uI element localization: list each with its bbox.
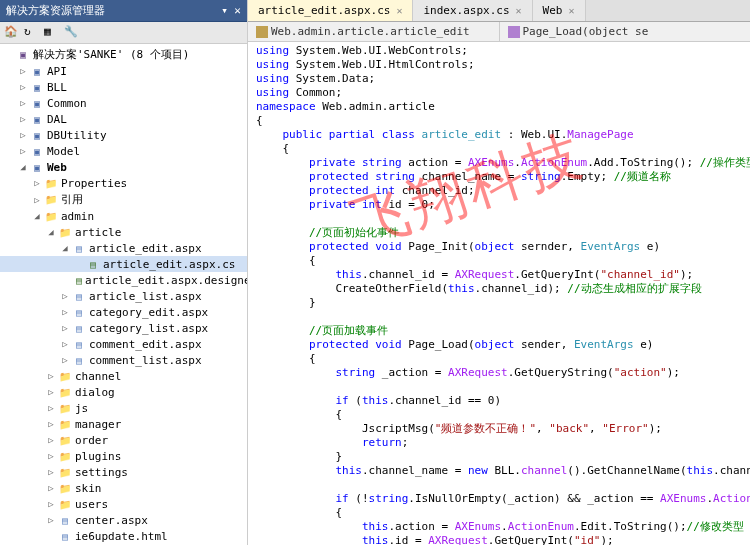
show-all-icon[interactable]: ▦ xyxy=(44,25,60,41)
tree-item[interactable]: ◢▣Web xyxy=(0,159,247,175)
expand-icon[interactable]: ▷ xyxy=(18,130,28,140)
editor-tab[interactable]: article_edit.aspx.cs✕ xyxy=(248,0,413,21)
expand-icon[interactable]: ▷ xyxy=(60,307,70,317)
expand-icon[interactable]: ▷ xyxy=(60,323,70,333)
expand-icon[interactable]: ▷ xyxy=(46,387,56,397)
properties-icon[interactable]: 🔧 xyxy=(64,25,80,41)
close-icon[interactable]: ✕ xyxy=(568,5,574,16)
tree-item[interactable]: ▷▣Model xyxy=(0,143,247,159)
expand-icon[interactable] xyxy=(4,50,14,60)
tree-item[interactable]: ▷📁Properties xyxy=(0,175,247,191)
expand-icon[interactable]: ▷ xyxy=(46,435,56,445)
code-line[interactable]: string _action = AXRequest.GetQueryStrin… xyxy=(256,366,742,380)
expand-icon[interactable]: ▷ xyxy=(46,499,56,509)
expand-icon[interactable]: ▷ xyxy=(60,339,70,349)
code-line[interactable]: protected void Page_Load(object sender, … xyxy=(256,338,742,352)
expand-icon[interactable]: ▷ xyxy=(46,403,56,413)
expand-icon[interactable]: ▷ xyxy=(32,195,42,205)
code-line[interactable] xyxy=(256,380,742,394)
tree-item[interactable]: ▷▤comment_edit.aspx xyxy=(0,336,247,352)
expand-icon[interactable]: ▷ xyxy=(18,66,28,76)
code-line[interactable] xyxy=(256,212,742,226)
solution-root[interactable]: ▣ 解决方案'SANKE' (8 个项目) xyxy=(0,46,247,63)
tree-item[interactable]: ▷▤category_list.aspx xyxy=(0,320,247,336)
tree-item[interactable]: ▷▤article_list.aspx xyxy=(0,288,247,304)
breadcrumb-member[interactable]: Page_Load(object se xyxy=(500,22,751,41)
expand-icon[interactable]: ▷ xyxy=(46,515,56,525)
close-icon[interactable]: ✕ xyxy=(396,5,402,16)
code-line[interactable]: CreateOtherField(this.channel_id); //动态生… xyxy=(256,282,742,296)
expand-icon[interactable]: ▷ xyxy=(46,371,56,381)
tree-item[interactable]: ◢📁article xyxy=(0,224,247,240)
code-line[interactable]: this.action = AXEnums.ActionEnum.Edit.To… xyxy=(256,520,742,534)
tree-item[interactable]: ▷▣DBUtility xyxy=(0,127,247,143)
tree-item[interactable]: ▷▤category_edit.aspx xyxy=(0,304,247,320)
home-icon[interactable]: 🏠 xyxy=(4,25,20,41)
code-line[interactable]: JscriptMsg("频道参数不正确！", "back", "Error"); xyxy=(256,422,742,436)
code-line[interactable]: public partial class article_edit : Web.… xyxy=(256,128,742,142)
code-line[interactable]: using System.Web.UI.HtmlControls; xyxy=(256,58,742,72)
code-line[interactable]: //页面初始化事件 xyxy=(256,226,742,240)
expand-icon[interactable]: ◢ xyxy=(60,243,70,253)
expand-icon[interactable] xyxy=(46,531,56,541)
code-line[interactable]: private string action = AXEnums.ActionEn… xyxy=(256,156,742,170)
expand-icon[interactable]: ▷ xyxy=(60,355,70,365)
tree-item[interactable]: ▷▣BLL xyxy=(0,79,247,95)
solution-tree[interactable]: ▣ 解决方案'SANKE' (8 个项目) ▷▣API▷▣BLL▷▣Common… xyxy=(0,44,247,545)
expand-icon[interactable]: ▷ xyxy=(32,178,42,188)
tree-item[interactable]: ◢📁admin xyxy=(0,208,247,224)
expand-icon[interactable]: ▷ xyxy=(18,98,28,108)
tree-item[interactable]: ▤ie6update.html xyxy=(0,528,247,544)
expand-icon[interactable]: ◢ xyxy=(18,162,28,172)
expand-icon[interactable]: ▷ xyxy=(18,82,28,92)
code-line[interactable]: this.id = AXRequest.GetQueryInt("id"); xyxy=(256,534,742,545)
breadcrumb-namespace[interactable]: Web.admin.article.article_edit xyxy=(248,22,500,41)
tree-item[interactable]: ▷📁js xyxy=(0,400,247,416)
expand-icon[interactable]: ▷ xyxy=(18,146,28,156)
code-line[interactable]: } xyxy=(256,450,742,464)
code-line[interactable]: this.channel_name = new BLL.channel().Ge… xyxy=(256,464,742,478)
tree-item[interactable]: ▷▤center.aspx xyxy=(0,512,247,528)
expand-icon[interactable]: ▷ xyxy=(60,291,70,301)
tree-item[interactable]: ▷▤comment_list.aspx xyxy=(0,352,247,368)
code-line[interactable]: } xyxy=(256,296,742,310)
code-editor[interactable]: 飞翔科技 using System.Web.UI.WebControls;usi… xyxy=(248,42,750,545)
tree-item[interactable]: ◢▤article_edit.aspx xyxy=(0,240,247,256)
close-icon[interactable]: ✕ xyxy=(516,5,522,16)
expand-icon[interactable]: ◢ xyxy=(32,211,42,221)
expand-icon[interactable]: ▷ xyxy=(18,114,28,124)
refresh-icon[interactable]: ↻ xyxy=(24,25,40,41)
tree-item[interactable]: ▤article_edit.aspx.designer.cs xyxy=(0,272,247,288)
tree-item[interactable]: ▷📁dialog xyxy=(0,384,247,400)
code-line[interactable]: //页面加载事件 xyxy=(256,324,742,338)
code-line[interactable]: using System.Data; xyxy=(256,72,742,86)
code-line[interactable]: if (!string.IsNullOrEmpty(_action) && _a… xyxy=(256,492,742,506)
code-line[interactable]: { xyxy=(256,254,742,268)
editor-tab[interactable]: index.aspx.cs✕ xyxy=(413,0,532,21)
code-line[interactable]: { xyxy=(256,114,742,128)
tree-item[interactable]: ▷▣API xyxy=(0,63,247,79)
code-line[interactable]: if (this.channel_id == 0) xyxy=(256,394,742,408)
code-line[interactable]: using Common; xyxy=(256,86,742,100)
tree-item[interactable]: ▷📁channel xyxy=(0,368,247,384)
code-line[interactable]: using System.Web.UI.WebControls; xyxy=(256,44,742,58)
tree-item[interactable]: ▷📁users xyxy=(0,496,247,512)
code-line[interactable]: this.channel_id = AXRequest.GetQueryInt(… xyxy=(256,268,742,282)
tree-item[interactable]: ▷📁settings xyxy=(0,464,247,480)
tree-item[interactable]: ▷📁skin xyxy=(0,480,247,496)
tree-item[interactable]: ▷📁order xyxy=(0,432,247,448)
tree-item[interactable]: ▷📁manager xyxy=(0,416,247,432)
code-line[interactable]: return; xyxy=(256,436,742,450)
code-line[interactable]: protected string channel_name = string.E… xyxy=(256,170,742,184)
tree-item[interactable]: ▷📁plugins xyxy=(0,448,247,464)
code-line[interactable]: { xyxy=(256,352,742,366)
code-line[interactable]: protected int channel_id; xyxy=(256,184,742,198)
expand-icon[interactable]: ▷ xyxy=(46,483,56,493)
expand-icon[interactable]: ▷ xyxy=(46,419,56,429)
tree-item[interactable]: ▷▣Common xyxy=(0,95,247,111)
code-line[interactable]: private int id = 0; xyxy=(256,198,742,212)
tree-item[interactable]: ▤article_edit.aspx.cs xyxy=(0,256,247,272)
tree-item[interactable]: ▷📁引用 xyxy=(0,191,247,208)
code-line[interactable]: { xyxy=(256,142,742,156)
code-line[interactable]: { xyxy=(256,506,742,520)
